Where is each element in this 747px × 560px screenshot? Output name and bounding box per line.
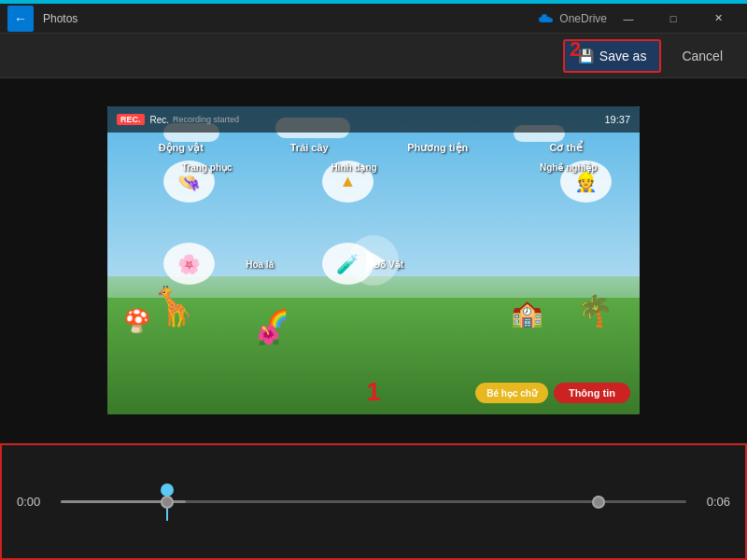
close-button[interactable]: ✕ [697, 4, 740, 34]
window-controls: — □ ✕ [607, 4, 740, 34]
title-bar: ← Photos OneDrive — □ ✕ [0, 4, 747, 34]
mushroom-decoration: 🍄 [123, 308, 151, 334]
right-trim-thumb[interactable] [592, 496, 605, 509]
rec-badge: REC. [117, 114, 145, 125]
status-bar: REC. Rec. Recording started 19:37 [107, 106, 640, 133]
back-button[interactable]: ← [7, 6, 34, 32]
onedrive-area: OneDrive [537, 12, 607, 25]
flowers-decoration: 🌺 [257, 324, 280, 346]
video-area: REC. Rec. Recording started 19:37 Động v… [0, 78, 747, 442]
timeline-track[interactable] [61, 483, 686, 521]
label-hoa-la: Hoa lá [246, 259, 274, 270]
tree-decoration: 🌴 [576, 293, 613, 329]
video-frame: REC. Rec. Recording started 19:37 Động v… [107, 106, 640, 414]
time-start: 0:00 [17, 495, 49, 509]
time-display: 19:37 [604, 114, 630, 125]
time-end: 0:06 [698, 495, 730, 509]
play-button[interactable] [348, 235, 399, 286]
toolbar: 2 💾 Save as Cancel [0, 34, 747, 78]
rec-subtitle: Recording started [173, 115, 239, 124]
bottom-buttons: Bé học chữ Thông tin [475, 383, 630, 403]
timeline-area: 0:00 0:06 [0, 443, 747, 560]
label-nghe-nghiep: Nghề nghiệp [540, 162, 597, 173]
maximize-button[interactable]: □ [652, 4, 695, 34]
label-trang-phuc: Trang phục [182, 162, 233, 173]
categories-row: Động vật Trái cây Phương tiện Cơ thể [107, 136, 640, 160]
rec-title: Rec. [150, 115, 170, 125]
bee-hoc-chu-button[interactable]: Bé học chữ [475, 383, 548, 403]
cancel-button[interactable]: Cancel [672, 43, 732, 69]
play-triangle-icon [366, 249, 385, 272]
cat-phuong-tien: Phương tiện [374, 142, 502, 154]
track-line [61, 500, 686, 503]
cat-co-the: Cơ thể [502, 142, 631, 154]
app-title: Photos [43, 12, 78, 25]
onedrive-icon [537, 13, 554, 24]
left-trim-thumb[interactable] [161, 496, 174, 509]
school-decoration: 🏫 [511, 298, 543, 329]
minimize-button[interactable]: — [607, 4, 650, 34]
step-2-label: 2 [570, 37, 581, 62]
label-hinh-dang: Hình dạng [331, 162, 376, 173]
cat-dong-vat: Động vật [117, 142, 246, 154]
thong-tin-button[interactable]: Thông tin [554, 383, 630, 403]
bubble-hoa-la: 🌸 [163, 243, 215, 285]
cat-trai-cay: Trái cây [246, 142, 374, 154]
giraffe-decoration: 🦒 [150, 285, 197, 329]
